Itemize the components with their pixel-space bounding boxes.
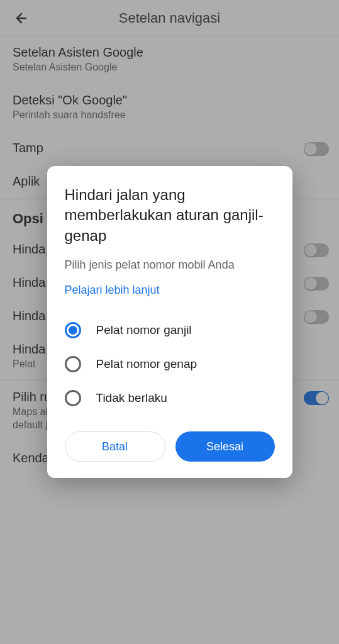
radio-label: Tidak berlaku xyxy=(96,391,167,405)
cancel-button[interactable]: Batal xyxy=(65,431,165,462)
radio-icon xyxy=(65,356,81,372)
plate-radio-group: Pelat nomor ganjil Pelat nomor genap Tid… xyxy=(65,313,275,415)
radio-odd-plate[interactable]: Pelat nomor ganjil xyxy=(65,313,275,347)
done-button[interactable]: Selesai xyxy=(175,431,275,462)
dialog-button-row: Batal Selesai xyxy=(65,431,275,462)
learn-more-link[interactable]: Pelajari lebih lanjut xyxy=(65,284,275,297)
radio-na-plate[interactable]: Tidak berlaku xyxy=(65,381,275,415)
modal-overlay[interactable]: Hindari jalan yang memberlakukan aturan … xyxy=(0,0,339,644)
radio-label: Pelat nomor genap xyxy=(96,357,197,371)
radio-even-plate[interactable]: Pelat nomor genap xyxy=(65,347,275,381)
dialog-title: Hindari jalan yang memberlakukan aturan … xyxy=(65,185,275,246)
radio-label: Pelat nomor ganjil xyxy=(96,323,192,337)
odd-even-dialog: Hindari jalan yang memberlakukan aturan … xyxy=(47,166,292,478)
radio-icon xyxy=(65,390,81,406)
dialog-subtitle: Pilih jenis pelat nomor mobil Anda xyxy=(65,257,275,272)
radio-icon xyxy=(65,322,81,338)
